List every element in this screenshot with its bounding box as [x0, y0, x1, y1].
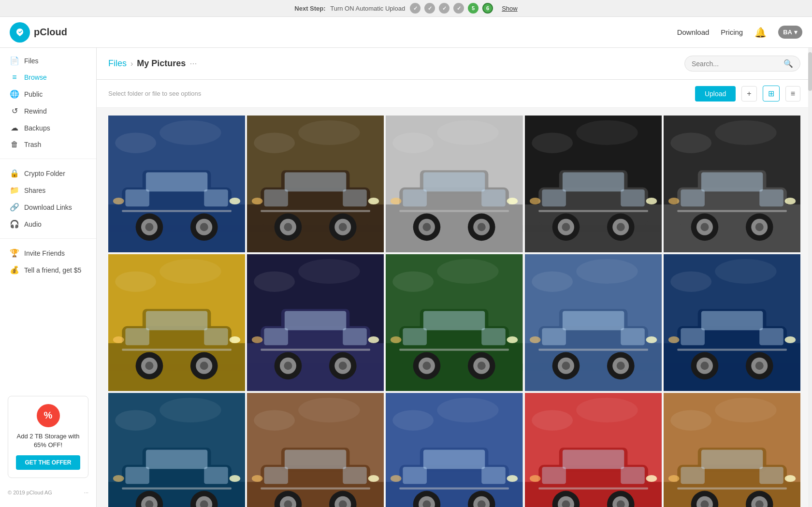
sidebar-item-invite[interactable]: 🏆 Invite Friends [0, 245, 96, 261]
svg-point-142 [419, 358, 435, 374]
svg-point-279 [755, 501, 764, 507]
nav-download[interactable]: Download [677, 28, 710, 36]
photo-item[interactable] [525, 116, 662, 252]
sidebar-item-download-links[interactable]: 🔗 Download Links [0, 199, 96, 216]
svg-point-243 [391, 475, 402, 482]
scrollbar-thumb[interactable] [808, 52, 812, 91]
svg-rect-79 [677, 188, 787, 225]
search-input[interactable] [692, 60, 780, 68]
main-content: Files › My Pictures ··· 🔍 Select folder … [97, 48, 812, 507]
sidebar-item-trash[interactable]: 🗑 Trash [0, 136, 96, 153]
svg-rect-77 [664, 204, 800, 252]
svg-rect-5 [146, 173, 207, 192]
sidebar-item-referral[interactable]: 💰 Tell a friend, get $5 [0, 261, 96, 278]
svg-point-11 [190, 213, 218, 241]
svg-rect-268 [664, 503, 800, 507]
photo-item[interactable] [108, 116, 245, 252]
promo-button[interactable]: GET THE OFFER [16, 455, 80, 470]
svg-rect-136 [400, 326, 509, 364]
svg-point-226 [254, 410, 295, 431]
svg-point-281 [668, 475, 680, 482]
photo-item[interactable] [664, 254, 800, 391]
photo-item[interactable] [108, 393, 245, 507]
svg-rect-78 [664, 225, 800, 232]
sidebar-files-section: 📄 Files ≡ Browse 🌐 Public ↺ Rewind ☁ Bac… [0, 50, 96, 155]
photo-item[interactable] [386, 393, 522, 507]
svg-point-246 [437, 398, 499, 422]
sidebar-item-public[interactable]: 🌐 Public [0, 86, 96, 102]
svg-rect-102 [204, 328, 228, 345]
promo-text: Add 2 TB Storage with 65% OFF! [16, 432, 80, 449]
grid-view-button[interactable]: ⊞ [763, 86, 780, 101]
sidebar-item-shares[interactable]: 📁 Shares [0, 182, 96, 199]
breadcrumb-root[interactable]: Files [108, 58, 127, 69]
nav-pricing[interactable]: Pricing [721, 28, 743, 36]
photo-item[interactable] [108, 254, 245, 391]
svg-rect-119 [285, 311, 346, 331]
photo-item[interactable] [247, 254, 384, 391]
sidebar-item-crypto[interactable]: 🔒 Crypto Folder [0, 165, 96, 182]
files-icon: 📄 [10, 56, 19, 65]
browse-icon: ≡ [10, 73, 19, 82]
svg-point-127 [339, 362, 347, 370]
breadcrumb-more[interactable]: ··· [189, 58, 197, 69]
svg-point-103 [136, 352, 163, 380]
notifications-bell[interactable]: 🔔 [754, 27, 767, 38]
svg-rect-231 [400, 465, 509, 503]
header: pCloud Download Pricing 🔔 BA ▾ [0, 17, 812, 48]
svg-rect-117 [261, 326, 371, 364]
photo-item[interactable] [247, 393, 384, 507]
svg-point-112 [115, 272, 156, 292]
photo-item[interactable] [664, 116, 800, 252]
photo-item[interactable] [525, 254, 662, 391]
photo-item[interactable] [386, 116, 522, 252]
svg-rect-97 [108, 364, 245, 371]
svg-point-129 [252, 336, 263, 343]
svg-rect-270 [698, 448, 767, 472]
svg-point-106 [190, 352, 218, 380]
photo-item[interactable] [664, 393, 800, 507]
sidebar-item-rewind[interactable]: ↺ Rewind [0, 102, 96, 119]
photo-item[interactable] [525, 393, 662, 507]
svg-rect-22 [261, 188, 371, 225]
sidebar-trash-label: Trash [24, 141, 41, 148]
svg-point-124 [284, 362, 292, 370]
svg-rect-0 [108, 116, 245, 252]
logo[interactable]: pCloud [10, 22, 67, 43]
sort-button[interactable]: ≡ [785, 86, 800, 101]
upload-button[interactable]: Upload [695, 86, 736, 101]
sidebar-item-files[interactable]: 📄 Files [0, 52, 96, 69]
breadcrumb: Files › My Pictures ··· [108, 58, 197, 69]
photo-item[interactable] [247, 116, 384, 252]
scrollbar-track[interactable] [808, 43, 812, 507]
backups-icon: ☁ [10, 123, 19, 132]
sidebar-item-browse[interactable]: ≡ Browse [0, 69, 96, 86]
svg-point-65 [552, 213, 580, 241]
show-link[interactable]: Show [502, 5, 518, 12]
audio-icon: 🎧 [10, 219, 19, 229]
svg-point-33 [368, 198, 379, 204]
add-folder-button[interactable]: + [741, 86, 756, 101]
search-icon[interactable]: 🔍 [783, 59, 793, 68]
sidebar-item-audio[interactable]: 🎧 Audio [0, 216, 96, 232]
svg-point-144 [468, 352, 495, 380]
svg-point-227 [298, 398, 360, 422]
svg-point-27 [275, 213, 302, 241]
sidebar-item-backups[interactable]: ☁ Backups [0, 119, 96, 136]
svg-point-256 [558, 496, 574, 507]
svg-point-150 [393, 272, 434, 292]
svg-rect-250 [538, 465, 648, 503]
public-icon: 🌐 [10, 89, 19, 99]
svg-rect-171 [664, 254, 800, 391]
breadcrumb-current: My Pictures [137, 58, 186, 69]
photo-item[interactable] [386, 254, 522, 391]
svg-point-183 [751, 358, 768, 374]
svg-point-49 [468, 213, 495, 241]
user-avatar-btn[interactable]: BA ▾ [778, 26, 802, 39]
footer-more[interactable]: ··· [84, 490, 88, 495]
svg-rect-233 [423, 450, 485, 469]
svg-point-47 [419, 219, 435, 235]
svg-point-53 [391, 198, 402, 204]
svg-point-34 [252, 198, 263, 204]
svg-rect-63 [542, 189, 566, 206]
